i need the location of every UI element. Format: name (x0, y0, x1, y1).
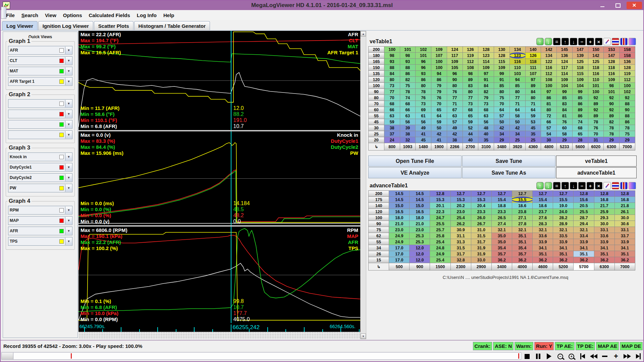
table-cell[interactable]: 17.0 (389, 251, 410, 257)
table-cell[interactable]: 40 (463, 137, 478, 143)
table-cell[interactable]: 41 (431, 137, 447, 143)
chevron-down-icon[interactable]: ▼ (65, 164, 72, 171)
table-cell[interactable]: 112 (463, 59, 478, 65)
table-cell[interactable]: 81 (541, 101, 557, 107)
table-cell[interactable]: 33.0 (471, 257, 491, 263)
table-cell[interactable]: 88 (620, 101, 635, 107)
horizontal-scrollbar[interactable] (78, 332, 360, 339)
table-cell[interactable]: 28.9 (553, 221, 574, 227)
table-cell[interactable]: 84 (478, 83, 494, 89)
graph-panel-1[interactable]: Max = 22.2 (AFR)Max = 194.7 (°F)Max = 99… (78, 31, 360, 130)
table-cell[interactable]: 76 (416, 95, 431, 101)
table-cell[interactable]: 12.7 (553, 191, 574, 197)
column-header-cell[interactable]: 7000 (620, 143, 635, 150)
table-cell[interactable]: 16.5 (389, 209, 410, 215)
table-cell[interactable]: 64 (431, 113, 447, 119)
table-cell[interactable]: 75 (400, 83, 416, 89)
tab-scatter-plots[interactable]: Scatter Plots (94, 21, 133, 30)
table-cell[interactable]: 21.8 (614, 203, 635, 209)
table-cell[interactable]: 35.1 (512, 239, 532, 245)
table-cell[interactable]: 34 (509, 131, 525, 137)
table-cell[interactable]: 34.1 (574, 245, 594, 251)
table-cell[interactable]: 76 (447, 89, 463, 95)
table-cell[interactable]: 78 (604, 131, 620, 137)
chevron-down-icon[interactable]: ▼ (65, 174, 72, 181)
table-cell[interactable]: 35 (478, 137, 494, 143)
table-cell[interactable]: 18.0 (410, 215, 430, 221)
table-cell[interactable]: 109 (572, 77, 588, 83)
table-cell[interactable]: 90 (604, 101, 620, 107)
table-cell[interactable]: 86 (572, 101, 588, 107)
table-cell[interactable]: 110 (588, 77, 604, 83)
set-equal-icon[interactable]: = (553, 38, 560, 45)
table-cell[interactable]: 28 (572, 137, 588, 143)
table-cell[interactable]: 45 (416, 137, 431, 143)
channel-select-field[interactable]: AFR▼ (8, 46, 72, 55)
table-cell[interactable]: 15.6 (574, 197, 594, 203)
table-cell[interactable]: 21.0 (389, 221, 410, 227)
table-cell[interactable]: 101 (604, 89, 620, 95)
table-cell[interactable]: 15.3 (450, 197, 471, 203)
table-cell[interactable]: 52 (463, 125, 478, 131)
table-cell[interactable]: 25.7 (430, 227, 450, 233)
minimize-button[interactable] (596, 2, 609, 9)
table-cell[interactable]: 28.7 (574, 215, 594, 221)
smooth-up-icon[interactable]: ↑ (536, 182, 544, 189)
table-cell[interactable]: 74 (400, 95, 416, 101)
fast-forward-button[interactable] (624, 352, 631, 360)
table-cell[interactable]: 12.0 (410, 251, 430, 257)
table-cell[interactable]: 24.0 (553, 209, 574, 215)
tab-histogram-table-generator[interactable]: Histogram / Table Generator (134, 21, 210, 30)
table-cell[interactable]: 107 (431, 53, 447, 59)
row-stripes-icon[interactable] (612, 38, 619, 45)
table-cell[interactable]: 25.5 (430, 221, 450, 227)
maximize-button[interactable] (611, 2, 625, 9)
channel-select-field[interactable]: ▼ (8, 99, 72, 108)
table-cell[interactable]: 57 (494, 113, 510, 119)
table-cell[interactable]: 117 (447, 53, 463, 59)
table-cell[interactable]: 96 (416, 59, 431, 65)
table-cell[interactable]: 31 (588, 137, 604, 143)
table-cell[interactable]: 158 (620, 53, 635, 59)
table-cell[interactable]: 33.6 (594, 233, 614, 239)
table-cell[interactable]: 31.3 (450, 239, 471, 245)
table-cell[interactable]: 86 (541, 95, 557, 101)
table-cell[interactable]: 119 (463, 53, 478, 59)
column-header-cell[interactable]: 1093 (400, 143, 416, 150)
table-cell[interactable]: 26.7 (471, 221, 491, 227)
table-cell[interactable]: 25.4 (430, 257, 450, 263)
chevron-down-icon[interactable]: ▼ (65, 67, 72, 75)
table-cell[interactable]: 158 (620, 47, 635, 53)
table-cell[interactable]: 86 (572, 113, 588, 119)
table-cell[interactable]: 80 (509, 89, 525, 95)
table-cell[interactable]: 42 (447, 131, 463, 137)
table-cell[interactable]: 32.1 (491, 227, 512, 233)
heatmap-gradient-icon[interactable] (629, 182, 636, 189)
table-cell[interactable]: 27.4 (491, 221, 512, 227)
row-stripes-icon[interactable] (612, 182, 619, 189)
table-cell[interactable]: 100 (384, 47, 400, 53)
table-cell[interactable]: 28.2 (553, 215, 574, 221)
table-cell[interactable]: 82 (604, 119, 620, 125)
table-cell[interactable]: 64 (525, 107, 541, 113)
table-cell[interactable]: 97 (525, 77, 541, 83)
table-cell[interactable]: 112 (620, 77, 635, 83)
table-cell[interactable]: 122 (541, 59, 557, 65)
column-header-cell[interactable]: 1480 (416, 143, 431, 150)
speed-plus-button[interactable]: + (612, 352, 620, 360)
table-cell[interactable]: 38 (384, 125, 400, 131)
play-button[interactable] (545, 352, 553, 360)
table-cell[interactable]: 98 (604, 83, 620, 89)
table-cell[interactable]: 123 (478, 53, 494, 59)
table-cell[interactable]: 29.3 (594, 215, 614, 221)
table-cell[interactable]: 45 (525, 125, 541, 131)
table-cell[interactable]: 18.6 (512, 203, 532, 209)
table-cell[interactable]: 65 (572, 131, 588, 137)
table-cell[interactable]: 42 (509, 125, 525, 131)
table-cell[interactable]: 116 (604, 71, 620, 77)
table-cell[interactable]: 107 (525, 71, 541, 77)
column-header-cell[interactable]: 3100 (478, 143, 494, 150)
smooth-down-icon[interactable]: ↓ (545, 182, 552, 189)
table-cell[interactable]: 27.8 (512, 221, 532, 227)
table-cell[interactable]: 30.0 (614, 215, 635, 221)
